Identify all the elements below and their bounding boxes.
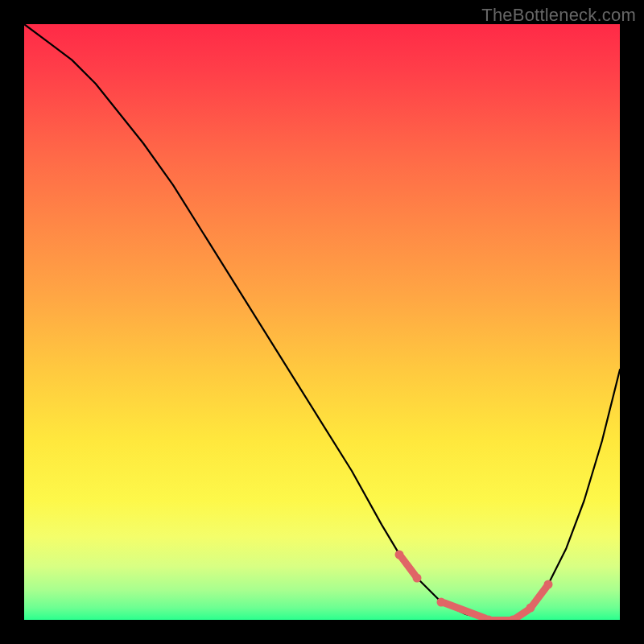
watermark-text: TheBottleneck.com	[481, 5, 636, 26]
highlight-dot	[413, 574, 422, 583]
highlight-segment	[440, 599, 489, 620]
highlight-dot	[526, 604, 535, 613]
highlight-dot	[544, 580, 553, 588]
highlight-dot	[437, 597, 446, 606]
highlight-dot	[395, 550, 404, 559]
curve-highlight	[24, 24, 620, 620]
highlight-dot	[485, 616, 493, 621]
chart-frame	[24, 24, 620, 620]
highlight-dot	[508, 616, 517, 621]
